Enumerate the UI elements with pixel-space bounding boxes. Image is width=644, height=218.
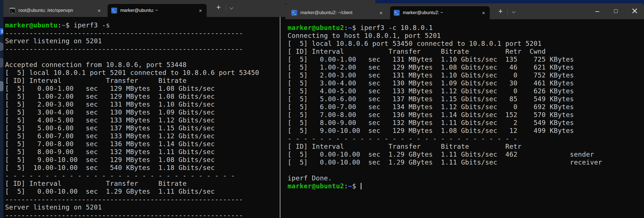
terminal-line: [ 5] 8.00-9.00 sec 132 MBytes 1.11 Gbits… <box>288 119 644 127</box>
maximize-icon <box>614 9 618 13</box>
terminal-line: [ 5] 9.00-10.00 sec 129 MBytes 1.08 Gbit… <box>5 156 285 164</box>
tab-close-icon[interactable]: × <box>197 8 204 13</box>
notification-badge: 1 <box>0 28 3 34</box>
terminal-line: [ 5] 2.00-3.00 sec 131 MBytes 1.10 Gbits… <box>288 71 644 79</box>
terminal-line: Accepted connection from 10.8.0.6, port … <box>5 61 285 69</box>
left-tab-bar: ›_ root@ubuntu: /etc/openvpn × ›_ marker… <box>3 0 285 17</box>
left-tabbar-sliver <box>285 0 375 3</box>
tab-close-icon[interactable]: × <box>378 10 384 16</box>
new-tab-button[interactable]: + <box>213 2 224 12</box>
terminal-line: [ 5] local 10.8.0.1 port 5201 connected … <box>5 69 285 77</box>
left-terminal-scrollbar[interactable] <box>280 17 281 218</box>
terminal-line: [ 5] 9.00-10.00 sec 129 MBytes 1.08 Gbit… <box>288 127 644 135</box>
terminal-line: marker@ubuntu2:~$ iperf3 -c 10.8.0.1 <box>288 24 644 32</box>
terminal-line <box>5 53 285 61</box>
terminal-cursor <box>361 183 361 189</box>
terminal-line: [ ID] Interval Transfer Bitrate Retr <box>288 143 644 150</box>
tabbar-separator <box>507 8 508 15</box>
tab-close-icon[interactable]: × <box>96 8 102 13</box>
terminal-line: [ 5] 7.00-8.00 sec 136 MBytes 1.14 Gbits… <box>5 140 285 148</box>
tab-title: marker@ubuntu: ~ <box>120 8 197 13</box>
titlebar-drag-region[interactable] <box>520 3 588 19</box>
terminal-line: [ 5] 10.00-10.00 sec 540 KBytes 1.18 Gbi… <box>5 164 285 172</box>
minimize-icon <box>595 11 599 12</box>
terminal-window-left: ›_ root@ubuntu: /etc/openvpn × ›_ marker… <box>3 0 285 218</box>
terminal-line: Connecting to host 10.8.0.1, port 5201 <box>288 32 644 40</box>
terminal-line: [ 5] 0.00-10.00 sec 1.29 GBytes 1.11 Gbi… <box>288 150 644 158</box>
tab-marker-ubuntu[interactable]: ›_ marker@ubuntu: ~ × <box>108 4 207 17</box>
terminal-line: [ ID] Interval Transfer Bitrate <box>5 77 285 85</box>
terminal-line: [ 5] 3.00-4.00 sec 130 MBytes 1.09 Gbits… <box>288 79 644 87</box>
terminal-line: [ ID] Interval Transfer Bitrate <box>5 180 285 187</box>
maximize-button[interactable] <box>607 3 625 19</box>
terminal-line: - - - - - - - - - - - - - - - - - - - - … <box>5 172 285 180</box>
close-window-button[interactable]: × <box>625 3 644 19</box>
tab-title: marker@ubuntu2: ~/client <box>300 10 378 15</box>
console-icon: ›_ <box>9 8 15 14</box>
terminal-line: [ ID] Interval Transfer Bitrate Retr Cwn… <box>288 48 644 55</box>
powershell-icon: ›_ <box>394 10 400 16</box>
terminal-line: [ 5] 3.00-4.00 sec 130 MBytes 1.09 Gbits… <box>5 108 285 116</box>
tab-close-icon[interactable]: × <box>480 10 487 16</box>
tabbar-separator <box>226 5 226 11</box>
terminal-line <box>288 166 644 174</box>
terminal-line: ----------------------------------------… <box>5 211 285 218</box>
terminal-line: ----------------------------------------… <box>5 195 285 203</box>
terminal-line: ----------------------------------------… <box>5 45 285 53</box>
terminal-line: iperf Done. <box>288 174 644 182</box>
terminal-line: [ 5] local 10.8.0.6 port 53450 connected… <box>288 40 644 48</box>
terminal-line: [ 5] 0.00-10.00 sec 1.29 GBytes 1.11 Gbi… <box>288 158 644 166</box>
terminal-line: [ 5] 4.00-5.00 sec 133 MBytes 1.12 Gbits… <box>5 116 285 124</box>
terminal-window-right: ›_ marker@ubuntu2: ~/client × ›_ marker@… <box>285 3 644 218</box>
tab-marker-ubuntu2-client[interactable]: ›_ marker@ubuntu2: ~/client × <box>288 6 387 19</box>
right-tab-bar: ›_ marker@ubuntu2: ~/client × ›_ marker@… <box>285 3 644 19</box>
terminal-line: [ 5] 1.00-2.00 sec 129 MBytes 1.08 Gbits… <box>288 63 644 71</box>
terminal-line: [ 5] 4.00-5.00 sec 133 MBytes 1.12 Gbits… <box>288 87 644 95</box>
tab-title: root@ubuntu: /etc/openvpn <box>18 8 96 13</box>
terminal-line: [ 5] 7.00-8.00 sec 136 MBytes 1.14 Gbits… <box>288 111 644 119</box>
terminal-line: [ 5] 6.00-7.00 sec 133 MBytes 1.12 Gbits… <box>5 132 285 140</box>
close-icon: × <box>625 3 644 19</box>
terminal-line: [ 5] 5.00-6.00 sec 137 MBytes 1.15 Gbits… <box>288 95 644 103</box>
tab-title: marker@ubuntu2: ~ <box>403 10 480 15</box>
terminal-line: [ 5] 0.00-1.00 sec 131 MBytes 1.10 Gbits… <box>288 55 644 63</box>
tab-dropdown-button[interactable] <box>510 6 518 16</box>
terminal-line: [ 5] 2.00-3.00 sec 131 MBytes 1.10 Gbits… <box>5 100 285 108</box>
terminal-line: - - - - - - - - - - - - - - - - - - - - … <box>288 135 644 143</box>
terminal-line: marker@ubuntu2:~$ <box>288 182 644 190</box>
left-terminal-content[interactable]: marker@ubuntu:~$ iperf3 -s--------------… <box>3 17 285 218</box>
terminal-line: [ 5] 6.00-7.00 sec 134 MBytes 1.12 Gbits… <box>288 103 644 111</box>
chevron-down-icon <box>512 10 515 13</box>
terminal-line: ----------------------------------------… <box>5 29 285 37</box>
tab-dropdown-button[interactable] <box>227 2 236 12</box>
terminal-line: [ 5] 0.00-10.00 sec 1.29 GBytes 1.11 Gbi… <box>5 187 285 195</box>
terminal-line: Server listening on 5201 <box>5 37 285 45</box>
right-terminal-content[interactable]: marker@ubuntu2:~$ iperf3 -c 10.8.0.1Conn… <box>285 19 644 218</box>
tab-root-ubuntu-openvpn[interactable]: ›_ root@ubuntu: /etc/openvpn × <box>6 4 105 17</box>
terminal-line: [ 5] 0.00-1.00 sec 129 MBytes 1.08 Gbits… <box>5 85 285 92</box>
powershell-icon: ›_ <box>291 10 297 16</box>
terminal-line: [ 5] 5.00-6.00 sec 137 MBytes 1.15 Gbits… <box>5 124 285 132</box>
chevron-down-icon <box>230 6 233 9</box>
terminal-line: [ 5] 8.00-9.00 sec 132 MBytes 1.11 Gbits… <box>5 148 285 156</box>
powershell-icon: ›_ <box>111 8 117 14</box>
terminal-line: marker@ubuntu:~$ iperf3 -s <box>5 21 285 29</box>
terminal-line: [ 5] 1.00-2.00 sec 129 MBytes 1.08 Gbits… <box>5 92 285 100</box>
minimize-button[interactable] <box>588 3 607 19</box>
new-tab-button[interactable]: + <box>495 6 506 16</box>
tab-marker-ubuntu2[interactable]: ›_ marker@ubuntu2: ~ × <box>390 6 490 19</box>
terminal-line: Server listening on 5201 <box>5 203 285 211</box>
